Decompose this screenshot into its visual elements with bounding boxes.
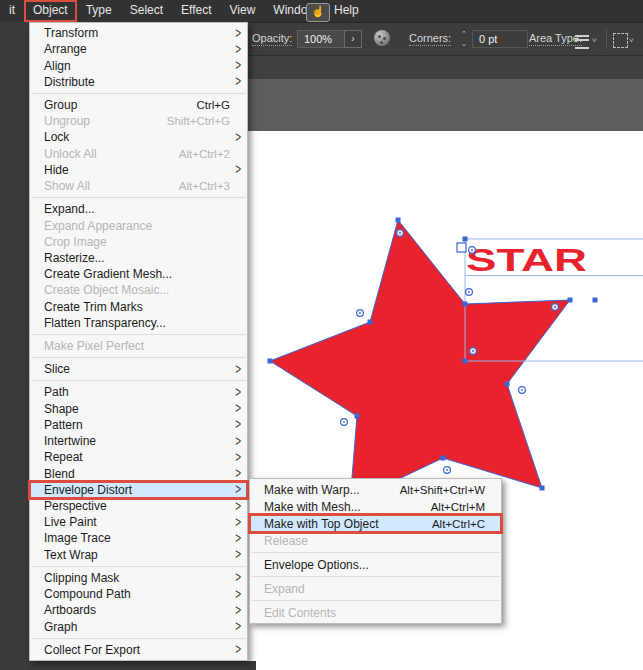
envelope-submenu-item-label: Release <box>264 534 485 548</box>
object-menu-item-graph[interactable]: Graph> <box>30 618 247 634</box>
object-menu-item-align[interactable]: Align> <box>30 57 247 73</box>
object-menu-item-label: Collect For Export <box>44 643 241 657</box>
object-menu-item-image-trace[interactable]: Image Trace> <box>30 530 247 546</box>
object-menu-item-label: Compound Path <box>44 587 241 601</box>
object-menu-item-label: Create Object Mosaic... <box>44 283 241 297</box>
object-menu-item-label: Crop Image <box>44 235 241 249</box>
object-menu-item-label: Distribute <box>44 75 241 89</box>
object-menu-item-label: Graph <box>44 620 241 634</box>
envelope-submenu-item-shortcut: Alt+Shift+Ctrl+W <box>400 484 485 496</box>
anchor-point[interactable] <box>568 298 573 303</box>
object-menu-item-clipping-mask[interactable]: Clipping Mask> <box>30 570 247 586</box>
object-menu-item-lock[interactable]: Lock> <box>30 129 247 145</box>
menubar-item-view[interactable]: View <box>221 0 265 22</box>
object-menu-item-label: Image Trace <box>44 531 241 545</box>
anchor-point[interactable] <box>396 218 401 223</box>
object-menu-separator <box>30 90 247 97</box>
object-menu-item-label: Expand... <box>44 202 241 216</box>
anchor-point[interactable] <box>355 414 360 419</box>
submenu-arrow-icon: > <box>235 74 241 89</box>
object-menu-item-blend[interactable]: Blend> <box>30 465 247 481</box>
object-menu-item-expand[interactable]: Expand... <box>30 201 247 217</box>
object-menu-item-slice[interactable]: Slice> <box>30 361 247 377</box>
object-menu-item-artboards[interactable]: Artboards> <box>30 602 247 618</box>
object-menu-item-label: Lock <box>44 130 241 144</box>
anchor-point[interactable] <box>441 456 446 461</box>
envelope-submenu-separator <box>250 573 501 580</box>
menubar-item-it[interactable]: it <box>0 0 24 22</box>
corner-widget-dot <box>359 312 361 314</box>
star-text-object[interactable]: STAR <box>466 243 587 278</box>
anchor-point[interactable] <box>463 359 468 364</box>
object-menu-item-distribute[interactable]: Distribute> <box>30 74 247 90</box>
submenu-arrow-icon: > <box>235 466 241 481</box>
corner-widget-dot <box>343 421 345 423</box>
menubar-item-select[interactable]: Select <box>121 0 172 22</box>
submenu-arrow-icon: > <box>235 586 241 601</box>
object-menu-item-transform[interactable]: Transform> <box>30 25 247 41</box>
menu-bar: itObjectTypeSelectEffectViewWindowHelp ☝ <box>0 0 643 22</box>
submenu-arrow-icon: > <box>235 25 241 40</box>
object-menu-item-intertwine[interactable]: Intertwine> <box>30 433 247 449</box>
object-menu-item-label: Ungroup <box>44 114 167 128</box>
envelope-submenu-item-shortcut: Alt+Ctrl+M <box>431 501 485 513</box>
object-menu-item-hide[interactable]: Hide> <box>30 162 247 178</box>
anchor-point[interactable] <box>540 486 545 491</box>
anchor-point[interactable] <box>463 237 468 242</box>
corner-widget-dot <box>446 469 448 471</box>
submenu-arrow-icon: > <box>235 130 241 145</box>
object-menu-item-compound-path[interactable]: Compound Path> <box>30 586 247 602</box>
object-menu-item-label: Slice <box>44 362 241 376</box>
anchor-point[interactable] <box>368 320 373 325</box>
object-menu-separator <box>30 377 247 384</box>
object-menu-item-create-gradient-mesh[interactable]: Create Gradient Mesh... <box>30 266 247 282</box>
object-menu-item-path[interactable]: Path> <box>30 384 247 400</box>
object-menu-item-live-paint[interactable]: Live Paint> <box>30 514 247 530</box>
anchor-point[interactable] <box>593 298 598 303</box>
object-menu-item-rasterize[interactable]: Rasterize... <box>30 250 247 266</box>
menubar-item-type[interactable]: Type <box>77 0 121 22</box>
object-menu-item-shortcut: Ctrl+G <box>196 99 230 111</box>
submenu-arrow-icon: > <box>235 58 241 73</box>
object-menu-item-group[interactable]: GroupCtrl+G <box>30 97 247 113</box>
object-menu-item-label: Perspective <box>44 499 241 513</box>
object-menu-item-label: Artboards <box>44 603 241 617</box>
anchor-point[interactable] <box>505 382 510 387</box>
submenu-arrow-icon: > <box>235 619 241 634</box>
envelope-submenu-item-label: Make with Warp... <box>264 483 400 497</box>
envelope-submenu-item-release: Release <box>250 532 501 549</box>
object-menu-item-label: Clipping Mask <box>44 571 241 585</box>
object-menu-item-label: Expand Appearance <box>44 219 241 233</box>
envelope-submenu-item-make-with-mesh[interactable]: Make with Mesh...Alt+Ctrl+M <box>250 498 501 515</box>
object-menu-item-show-all: Show AllAlt+Ctrl+3 <box>30 178 247 194</box>
text-object-handle[interactable] <box>457 243 466 252</box>
envelope-submenu-item-make-with-warp[interactable]: Make with Warp...Alt+Shift+Ctrl+W <box>250 481 501 498</box>
object-menu-item-envelope-distort[interactable]: Envelope Distort> <box>30 482 247 498</box>
object-menu-item-shortcut: Shift+Ctrl+G <box>167 115 230 127</box>
object-menu-item-collect-for-export[interactable]: Collect For Export> <box>30 642 247 658</box>
envelope-submenu-item-envelope-options[interactable]: Envelope Options... <box>250 556 501 573</box>
menubar-item-help[interactable]: Help <box>325 0 368 22</box>
anchor-point[interactable] <box>268 359 273 364</box>
object-menu-item-perspective[interactable]: Perspective> <box>30 498 247 514</box>
object-menu-item-create-object-mosaic: Create Object Mosaic... <box>30 282 247 298</box>
object-menu-item-create-trim-marks[interactable]: Create Trim Marks <box>30 299 247 315</box>
envelope-submenu-item-shortcut: Alt+Ctrl+C <box>432 518 485 530</box>
object-menu-item-shape[interactable]: Shape> <box>30 401 247 417</box>
object-menu-item-pattern[interactable]: Pattern> <box>30 417 247 433</box>
menubar-item-effect[interactable]: Effect <box>172 0 220 22</box>
envelope-submenu-item-make-with-top-object[interactable]: Make with Top ObjectAlt+Ctrl+C <box>250 515 501 532</box>
object-menu-item-flatten-transparency[interactable]: Flatten Transparency... <box>30 315 247 331</box>
submenu-arrow-icon: > <box>235 515 241 530</box>
corner-widget-dot <box>468 291 470 293</box>
object-menu-item-arrange[interactable]: Arrange> <box>30 41 247 57</box>
submenu-arrow-icon: > <box>235 570 241 585</box>
envelope-submenu-item-expand: Expand <box>250 580 501 597</box>
anchor-point[interactable] <box>463 302 468 307</box>
object-menu-item-label: Arrange <box>44 42 241 56</box>
corner-widget-dot <box>521 389 523 391</box>
object-menu-item-text-wrap[interactable]: Text Wrap> <box>30 547 247 563</box>
submenu-arrow-icon: > <box>235 362 241 377</box>
menubar-item-object[interactable]: Object <box>24 0 77 22</box>
object-menu-item-repeat[interactable]: Repeat> <box>30 449 247 465</box>
